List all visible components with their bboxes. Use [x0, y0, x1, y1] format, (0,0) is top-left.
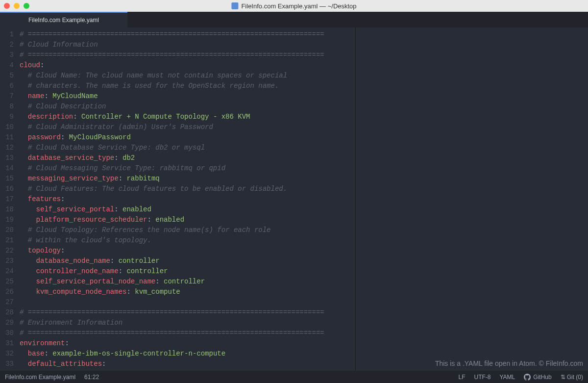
line-number: 1	[0, 29, 20, 40]
line-number: 17	[0, 194, 20, 204]
line-number: 5	[0, 71, 20, 81]
code-line[interactable]: # Cloud Information	[20, 40, 355, 50]
maximize-button[interactable]	[24, 3, 29, 9]
line-number: 7	[0, 91, 20, 102]
code-line[interactable]: # Cloud Description	[20, 102, 355, 112]
file-icon	[231, 2, 238, 9]
github-icon	[524, 374, 531, 381]
editor[interactable]: 1234567891011121314151617181920212223242…	[0, 27, 588, 371]
window-title-text: FileInfo.com Example.yaml — ~/Desktop	[241, 2, 356, 10]
line-number: 19	[0, 215, 20, 225]
code-line[interactable]: password: MyCloudPassword	[20, 132, 355, 143]
code-line[interactable]: self_service_portal_node_name: controlle…	[20, 277, 355, 287]
line-number: 24	[0, 266, 20, 277]
code-line[interactable]: # ======================================…	[20, 50, 355, 60]
status-bar: FileInfo.com Example.yaml 61:22 LF UTF-8…	[0, 371, 588, 383]
line-number: 29	[0, 318, 20, 328]
line-number: 27	[0, 297, 20, 307]
line-number-gutter: 1234567891011121314151617181920212223242…	[0, 27, 20, 371]
code-line[interactable]: kvm_compute_node_names: kvm_compute	[20, 287, 355, 297]
watermark-text: This is a .YAML file open in Atom. © Fil…	[435, 359, 583, 367]
status-file[interactable]: FileInfo.com Example.yaml	[5, 374, 75, 381]
code-line[interactable]: # Cloud Features: The cloud features to …	[20, 184, 355, 194]
line-number: 25	[0, 277, 20, 287]
code-line[interactable]: topology:	[20, 246, 355, 256]
code-line[interactable]: # Environment Information	[20, 318, 355, 328]
code-line[interactable]: name: MyCloudName	[20, 91, 355, 102]
code-line[interactable]: default_attributes:	[20, 359, 355, 369]
line-number: 16	[0, 184, 20, 194]
line-number: 18	[0, 204, 20, 215]
code-line[interactable]: messaging_service_type: rabbitmq	[20, 174, 355, 184]
right-panel	[355, 27, 588, 371]
code-line[interactable]: platform_resource_scheduler: enabled	[20, 215, 355, 225]
status-git-label: Git (0)	[567, 374, 583, 381]
code-line[interactable]: # ======================================…	[20, 307, 355, 318]
line-number: 31	[0, 338, 20, 349]
code-line[interactable]: # Cloud Database Service Type: db2 or my…	[20, 143, 355, 153]
line-number: 33	[0, 359, 20, 369]
line-number: 11	[0, 132, 20, 143]
status-encoding[interactable]: UTF-8	[474, 374, 491, 381]
code-line[interactable]: # within the cloud's topology.	[20, 235, 355, 246]
code-line[interactable]: database_node_name: controller	[20, 256, 355, 266]
line-number: 9	[0, 112, 20, 122]
window-controls	[4, 3, 29, 9]
status-git[interactable]: ⇅ Git (0)	[561, 374, 583, 381]
tab-bar: FileInfo.com Example.yaml	[0, 12, 588, 27]
code-line[interactable]: base: example-ibm-os-single-controller-n…	[20, 349, 355, 359]
code-line[interactable]: features:	[20, 194, 355, 204]
line-number: 28	[0, 307, 20, 318]
code-line[interactable]	[20, 297, 355, 307]
code-line[interactable]: environment:	[20, 338, 355, 349]
line-number: 8	[0, 102, 20, 112]
code-line[interactable]: controller_node_name: controller	[20, 266, 355, 277]
status-github[interactable]: GitHub	[524, 374, 551, 381]
line-number: 10	[0, 122, 20, 132]
line-number: 3	[0, 50, 20, 60]
status-cursor[interactable]: 61:22	[84, 374, 99, 381]
code-line[interactable]: cloud:	[20, 60, 355, 71]
code-area[interactable]: # ======================================…	[20, 27, 355, 371]
window-title: FileInfo.com Example.yaml — ~/Desktop	[231, 2, 356, 10]
code-line[interactable]: database_service_type: db2	[20, 153, 355, 163]
code-line[interactable]: # ======================================…	[20, 29, 355, 40]
code-line[interactable]: # characters. The name is used for the O…	[20, 81, 355, 91]
line-number: 26	[0, 287, 20, 297]
line-number: 6	[0, 81, 20, 91]
code-line[interactable]: # Cloud Name: The cloud name must not co…	[20, 71, 355, 81]
line-number: 12	[0, 143, 20, 153]
code-line[interactable]: # Cloud Administrator (admin) User's Pas…	[20, 122, 355, 132]
line-number: 15	[0, 174, 20, 184]
minimize-button[interactable]	[14, 3, 20, 9]
tab-active[interactable]: FileInfo.com Example.yaml	[0, 12, 127, 27]
line-number: 2	[0, 40, 20, 50]
line-number: 22	[0, 246, 20, 256]
window-titlebar: FileInfo.com Example.yaml — ~/Desktop	[0, 0, 588, 12]
code-line[interactable]: description: Controller + N Compute Topo…	[20, 112, 355, 122]
code-line[interactable]: self_service_portal: enabled	[20, 204, 355, 215]
line-number: 21	[0, 235, 20, 246]
line-number: 23	[0, 256, 20, 266]
line-number: 4	[0, 60, 20, 71]
git-updown-icon: ⇅	[561, 374, 564, 381]
status-github-label: GitHub	[533, 374, 551, 381]
status-grammar[interactable]: YAML	[500, 374, 515, 381]
status-line-ending[interactable]: LF	[458, 374, 465, 381]
line-number: 30	[0, 328, 20, 338]
line-number: 13	[0, 153, 20, 163]
line-number: 14	[0, 163, 20, 174]
code-line[interactable]: # Cloud Messaging Service Type: rabbitmq…	[20, 163, 355, 174]
close-button[interactable]	[4, 3, 10, 9]
code-line[interactable]: # Cloud Topology: References the node na…	[20, 225, 355, 235]
line-number: 32	[0, 349, 20, 359]
code-line[interactable]: # ======================================…	[20, 328, 355, 338]
tab-label: FileInfo.com Example.yaml	[28, 17, 99, 24]
line-number: 20	[0, 225, 20, 235]
